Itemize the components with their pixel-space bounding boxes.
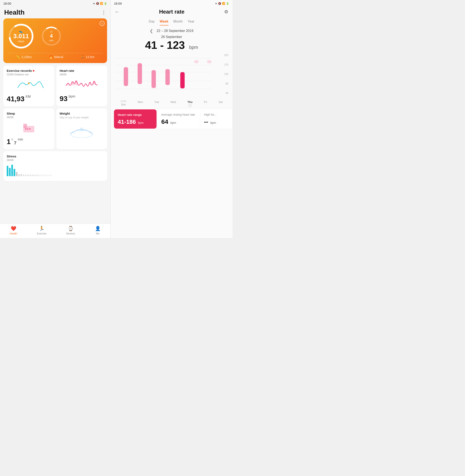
prev-date-button[interactable]: ❮ [150,28,153,33]
bluetooth-icon: ★ [93,2,95,5]
nav-devices[interactable]: ⌚ Devices [66,226,75,235]
chart-x-labels: 22/09 Sun Mon Tue Wed Thu Fri Sat [111,99,232,107]
bottom-nav: ❤️ Health 🏃 Exercise ⌚ Devices 👤 Me [0,224,110,238]
steps-value: 3.011 [13,33,29,39]
health-icon: ❤️ [11,226,16,231]
bpm-unit: bpm [189,45,198,50]
exercise-card[interactable]: Exercise records 22/09 Outdoor run 41,93… [3,65,54,106]
right-status-time: 18:00 [114,2,122,5]
svg-line-11 [74,132,74,133]
status-time: 18:00 [3,2,11,5]
exercise-icon: 🏃 [39,226,44,231]
hr-unit: bpm [69,95,75,98]
r-mute-icon: 🔇 [218,2,221,5]
right-status-bar: 18:00 ★ 🔇 📶 🔋 [111,0,232,6]
sleep-hours: 1 [7,138,11,146]
stress-bar-16 [41,174,43,176]
selected-date: 26 September [111,34,232,39]
app-header: Health ⋮ [0,6,110,18]
stress-bar-4 [14,169,15,176]
left-panel: 18:00 ★ 🔇 📶 🔋 Health ⋮ i 👟 3.011 [0,0,111,238]
steps-widget: 👟 3.011 steps [8,22,35,50]
more-options-icon[interactable]: ⋮ [101,10,106,15]
nav-me[interactable]: 👤 Me [95,226,101,235]
stress-card[interactable]: Stress 26/09 [3,151,107,181]
info-icon[interactable]: i [100,21,105,26]
stress-bar-15 [39,174,41,176]
right-panel: 18:00 ★ 🔇 📶 🔋 ← Heart rate ⚙ Day Week Mo… [111,0,232,238]
hr-range-title: Heart rate range [118,113,153,117]
tab-month[interactable]: Month [173,20,183,25]
heart-rate-card[interactable]: Heart rate 26/09 93 bpm [56,65,107,106]
stress-bar-8 [23,174,24,176]
svg-point-5 [28,83,29,84]
svg-line-15 [89,132,90,133]
floors-icon: 🏃 [80,55,85,59]
health-nav-label: Health [10,232,17,235]
hr-range-value: 41-186 bpm [118,119,153,125]
selected-dot [189,104,191,107]
back-button[interactable]: ← [115,9,119,15]
me-nav-label: Me [96,232,100,235]
svg-rect-24 [165,69,170,85]
stress-bar-14 [37,174,38,176]
stress-bar-5 [16,172,18,176]
stress-bar-6 [18,174,20,176]
tab-year[interactable]: Year [188,20,194,25]
exercise-title: Exercise records [7,69,32,72]
svg-rect-23 [151,70,156,88]
stress-bar-7 [21,174,22,176]
exercise-distance: 41,93 [7,95,24,103]
hr-value: 93 [60,95,68,103]
calories-stat: 🔥 64kcal [49,55,63,59]
devices-icon: ⌚ [68,226,74,231]
svg-line-12 [78,130,78,131]
resting-hr-unit: bpm [170,121,176,124]
exercise-date: 22/09 Outdoor run [7,73,51,76]
me-icon: 👤 [95,226,101,231]
stress-bar-11 [30,174,31,176]
chart-container: 220 175 130 85 40 [115,53,228,99]
stress-bar-1 [7,166,8,176]
exercise-dot [33,70,34,72]
stress-bar-9 [25,174,27,176]
bpm-range-value: 41 - 123 [145,39,185,51]
stress-bars [7,164,104,176]
resting-hr-title: Average resting heart rate [161,113,196,117]
y-label-175: 175 [224,63,228,66]
status-icons: ★ 🔇 📶 🔋 [93,2,107,5]
timer-value: 4 [49,33,54,38]
weight-title: Weight [60,112,104,115]
floors-value: 13,5m [86,55,95,59]
svg-rect-27 [207,60,211,63]
stress-bar-13 [34,174,36,176]
info-card-hr-range: Heart rate range 41-186 bpm [114,109,157,129]
battery-icon: 🔋 [104,2,107,5]
tab-week[interactable]: Week [160,20,169,25]
tab-day[interactable]: Day [149,20,155,25]
right-header: ← Heart rate ⚙ [111,6,232,18]
x-label-thu: Thu [187,100,192,107]
nav-exercise[interactable]: 🏃 Exercise [37,226,47,235]
nav-health[interactable]: ❤️ Health [10,226,17,235]
stress-bar-17 [43,174,45,176]
hero-card: i 👟 3.011 steps [3,18,107,63]
x-label-wed: Wed [170,100,176,107]
timer-content: ⏱ 4 min [49,31,54,42]
distance-stat: 📏 2,15km [16,55,32,59]
info-cards-row: Heart rate range 41-186 bpm Average rest… [111,109,232,129]
exercise-value-row: 41,93 KM [7,95,51,103]
right-status-icons: ★ 🔇 📶 🔋 [215,2,229,5]
hr-range-unit: bpm [138,121,144,124]
distance-value: 2,15km [21,55,32,59]
settings-icon[interactable]: ⚙ [224,9,228,15]
y-label-220: 220 [224,54,228,57]
hr-date: 26/09 [60,73,104,76]
right-title: Heart rate [159,9,184,15]
tabs-row: Day Week Month Year [111,18,232,25]
sleep-card[interactable]: Sleep 26/09 z z z 1 h 7 min [3,108,54,149]
exercise-unit: KM [26,95,31,98]
weight-card[interactable]: Weight Stay on top of your weight [56,108,107,149]
floors-stat: 🏃 13,5m [80,55,95,59]
stress-bar-18 [46,174,47,176]
